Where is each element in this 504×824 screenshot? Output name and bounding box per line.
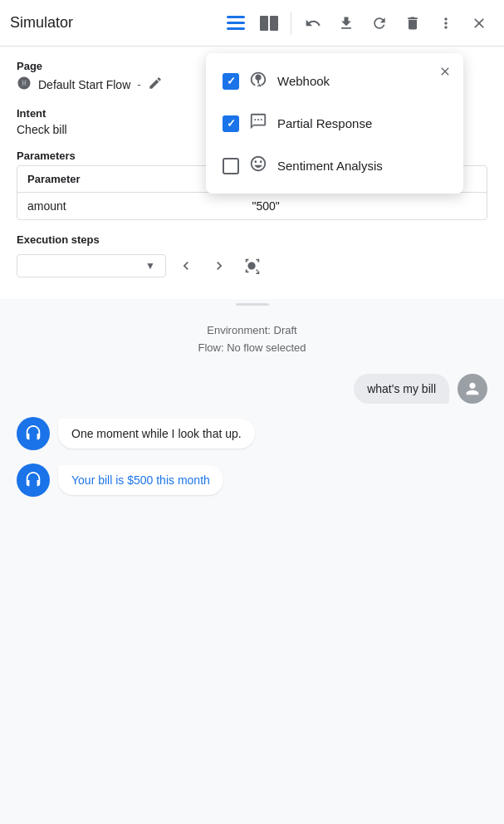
environment-info: Environment: Draft Flow: No flow selecte… (17, 322, 487, 357)
undo-button[interactable] (298, 8, 328, 38)
next-step-button[interactable] (206, 253, 232, 279)
feature-dropdown-overlay: ✓ Webhook ✓ Partial Response Sentiment (206, 53, 463, 194)
chat-messages: what's my bill One moment while I look t… (17, 374, 487, 497)
table-row: amount "500" (17, 193, 487, 219)
webhook-icon (249, 70, 267, 92)
env-line2: Flow: No flow selected (17, 340, 487, 357)
chevron-down-icon: ▼ (145, 260, 155, 272)
sentiment-analysis-label: Sentiment Analysis (277, 159, 383, 173)
webhook-label: Webhook (277, 74, 330, 88)
user-avatar (458, 374, 487, 404)
bot-message-0: One moment while I look that up. (17, 417, 487, 450)
checkmark-icon: ✓ (227, 75, 236, 87)
header: Simulator (0, 0, 504, 47)
app-title: Simulator (10, 14, 214, 32)
bot-avatar-1 (17, 464, 50, 497)
env-line1: Environment: Draft (17, 322, 487, 340)
list-view-icon (227, 16, 245, 31)
resizer-handle (236, 303, 269, 306)
bot-message-1: Your bill is $500 this month (17, 464, 487, 497)
focus-button[interactable] (239, 253, 266, 279)
exec-steps-dropdown[interactable]: ▼ (17, 254, 166, 277)
download-icon (338, 15, 355, 32)
x-icon (438, 65, 452, 78)
svg-rect-3 (260, 16, 268, 31)
value-cell-0: "500" (252, 199, 477, 213)
user-bubble-0: what's my bill (354, 374, 449, 404)
list-view-button[interactable] (221, 8, 251, 38)
split-view-icon (260, 16, 278, 31)
undo-icon (305, 15, 321, 32)
dropdown-item-sentiment-analysis[interactable]: Sentiment Analysis (206, 145, 463, 187)
param-cell-0: amount (27, 199, 252, 213)
bot-bubble-1: Your bill is $500 this month (58, 465, 223, 495)
close-icon (471, 15, 487, 32)
exec-controls: ▼ (17, 253, 487, 279)
split-view-button[interactable] (254, 8, 284, 38)
prev-step-button[interactable] (173, 253, 199, 279)
chevron-right-icon (211, 258, 228, 274)
user-message-0: what's my bill (17, 374, 487, 404)
chevron-left-icon (178, 258, 194, 274)
partial-response-icon (249, 112, 267, 135)
svg-rect-4 (270, 16, 278, 31)
focus-icon (243, 257, 262, 275)
execution-steps-section: Execution steps ▼ (17, 233, 487, 279)
page-flow-icon (17, 76, 32, 94)
webhook-checkbox[interactable]: ✓ (223, 73, 239, 90)
page-separator: - (137, 78, 141, 91)
header-divider-1 (291, 12, 291, 35)
refresh-button[interactable] (365, 8, 394, 38)
page-name: Default Start Flow (38, 78, 130, 91)
svg-rect-1 (227, 22, 245, 24)
download-button[interactable] (331, 8, 361, 38)
svg-rect-2 (227, 27, 245, 30)
dropdown-item-webhook[interactable]: ✓ Webhook (206, 60, 463, 102)
partial-response-label: Partial Response (277, 116, 372, 130)
chat-panel: Environment: Draft Flow: No flow selecte… (0, 309, 504, 824)
delete-button[interactable] (398, 8, 428, 38)
close-button[interactable] (464, 8, 494, 38)
svg-rect-0 (227, 16, 245, 18)
bot-bubble-0: One moment while I look that up. (58, 419, 255, 449)
sentiment-analysis-checkbox[interactable] (223, 158, 239, 174)
refresh-icon (371, 15, 388, 32)
dropdown-item-partial-response[interactable]: ✓ Partial Response (206, 102, 463, 145)
more-button[interactable] (431, 8, 461, 38)
sentiment-analysis-icon (249, 154, 267, 177)
bot-avatar-0 (17, 417, 50, 450)
panel-resizer[interactable] (0, 299, 504, 309)
delete-icon (404, 15, 421, 32)
header-icons (221, 8, 494, 38)
partial-response-checkbox[interactable]: ✓ (223, 115, 239, 132)
exec-label: Execution steps (17, 233, 487, 246)
page-edit-icon[interactable] (148, 76, 163, 94)
checkmark-icon-2: ✓ (227, 117, 236, 130)
more-icon (438, 15, 454, 32)
dropdown-close-button[interactable] (433, 60, 457, 83)
